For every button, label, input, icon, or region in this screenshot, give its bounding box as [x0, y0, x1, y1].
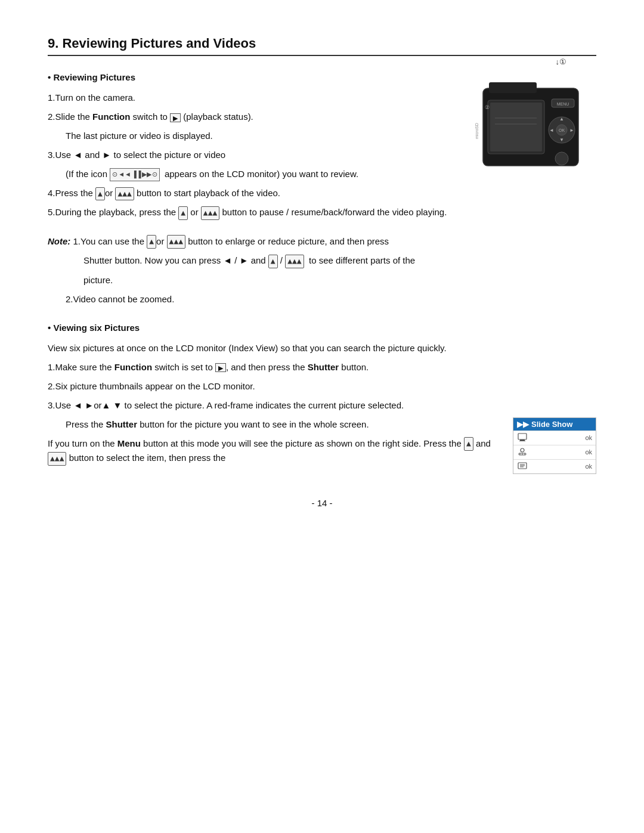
note-zoom-icon2: ▲▲▲ [285, 255, 304, 268]
press-shutter-text: Press the Shutter button for the picture… [66, 417, 501, 432]
menu-icon-4 [517, 462, 528, 472]
icon-fwd: ▶▶ [142, 169, 151, 180]
menu-icon-3 [517, 447, 528, 457]
reviewing-pictures-heading: • Reviewing Pictures [48, 70, 447, 85]
menu-item-2-ok: ok [585, 434, 592, 441]
slideshow-label: Slide Show [531, 420, 572, 429]
six-step-1: 1.Make sure the Function switch is set t… [48, 360, 596, 374]
section-heading: 9. Reviewing Pictures and Videos [48, 36, 596, 56]
bottom-text: Press the Shutter button for the picture… [48, 417, 501, 470]
if-zoom-icon: ▲▲▲ [48, 452, 66, 466]
reviewing-pictures-block: • Reviewing Pictures 1.Turn on the camer… [48, 70, 596, 225]
page-content: 9. Reviewing Pictures and Videos • Revie… [48, 36, 596, 508]
note-up-icon: ▲ [147, 235, 156, 249]
up-button-icon2: ▲ [178, 206, 188, 220]
svg-point-21 [521, 448, 524, 452]
step-3-icons: (If the icon ⊙ ◄◄ ▐▐ ▶▶ ⊙ appears on the… [66, 167, 447, 181]
note-picture-text: picture. [83, 273, 596, 287]
if-up-icon: ▲ [464, 437, 473, 451]
icon-circle-left: ⊙ [112, 169, 117, 180]
bottom-row: Press the Shutter button for the picture… [48, 417, 596, 474]
menu-item-4[interactable]: ok [513, 460, 596, 473]
step-3: 3.Use ◄ and ► to select the picture or v… [48, 148, 447, 162]
viewing-six-heading: • Viewing six Pictures [48, 321, 596, 335]
svg-rect-18 [518, 433, 527, 439]
svg-text:▲: ▲ [559, 116, 564, 122]
svg-text:MENU: MENU [557, 102, 569, 106]
note-paragraph-1: Note: 1.You can use the ▲or ▲▲▲ button t… [48, 234, 596, 249]
svg-text:microSD: microSD [475, 123, 479, 139]
menu-item-slideshow[interactable]: ▶▶ Slide Show [513, 418, 596, 431]
menu-item-2[interactable]: ok [513, 431, 596, 445]
note-video-zoom: 2.Video cannot be zoomed. [66, 292, 596, 306]
playback-symbol: ▶ [170, 113, 181, 122]
step-4: 4.Press the ▲or ▲▲▲ button to start play… [48, 186, 447, 200]
svg-rect-20 [519, 441, 525, 441]
icon-rew: ◄◄ [118, 169, 131, 180]
svg-text:OK: OK [559, 128, 565, 132]
arrow-label: ① [559, 57, 566, 66]
svg-rect-3 [490, 103, 542, 151]
reviewing-text: • Reviewing Pictures 1.Turn on the camer… [48, 70, 447, 225]
up-button-icon: ▲ [95, 187, 105, 201]
menu-item-4-ok: ok [585, 463, 592, 470]
step-2-sub: The last picture or video is displayed. [66, 129, 447, 143]
arrow-indicator: ↓① [556, 57, 567, 66]
note-zoom-icon: ▲▲▲ [167, 235, 185, 249]
viewing-six-intro: View six pictures at once on the LCD mon… [48, 341, 596, 355]
if-menu-text: If you turn on the Menu button at this m… [48, 436, 501, 466]
camera-illustration: MENU ▲ ▼ ◄ ► OK microSD [471, 70, 590, 184]
svg-text:▼: ▼ [559, 137, 564, 143]
menu-icon-2 [517, 433, 528, 443]
menu-panel: ▶▶ Slide Show ok [513, 417, 596, 474]
camera-area: ↓① MENU [465, 70, 596, 185]
page-number: - 14 - [48, 498, 596, 508]
step-2: 2.Slide the Function switch to ▶ (playba… [48, 110, 447, 124]
zoom-button-icon2: ▲▲▲ [201, 206, 219, 220]
svg-text:②: ② [485, 104, 490, 110]
svg-text:◄: ◄ [549, 128, 554, 133]
six-step-2: 2.Six picture thumbnails appear on the L… [48, 379, 596, 394]
zoom-button-icon: ▲▲▲ [115, 187, 134, 201]
icon-circle-right: ⊙ [152, 169, 157, 180]
note-up-icon2: ▲ [268, 255, 278, 268]
svg-text:►: ► [569, 128, 574, 133]
slideshow-icon: ▶▶ [517, 420, 528, 429]
menu-item-3-ok: ok [585, 448, 592, 456]
step-1: 1.Turn on the camera. [48, 91, 447, 105]
menu-item-3[interactable]: ok [513, 445, 596, 460]
svg-rect-19 [520, 439, 525, 441]
svg-point-15 [555, 152, 568, 165]
step-5: 5.During the playback, press the ▲ or ▲▲… [48, 205, 447, 219]
six-step-3: 3.Use ◄ ►or▲ ▼ to select the picture. A … [48, 398, 596, 413]
svg-rect-1 [489, 82, 537, 93]
playback-sym2: ▶ [215, 363, 226, 372]
media-icons: ⊙ ◄◄ ▐▐ ▶▶ ⊙ [110, 168, 159, 181]
icon-pause: ▐▐ [132, 169, 141, 180]
note-shutter-text: Shutter button. Now you can press ◄ / ► … [83, 253, 596, 268]
